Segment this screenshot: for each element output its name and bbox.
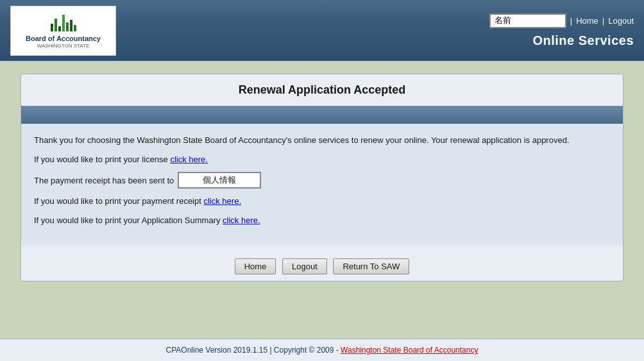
name-input[interactable]	[489, 13, 566, 28]
logo-bars	[51, 12, 76, 31]
main-wrapper: Renewal Application Accepted Thank you f…	[0, 61, 644, 339]
bar5	[66, 22, 69, 31]
line2-pre: If you would like to print your license	[34, 155, 170, 164]
page-title: Renewal Application Accepted	[21, 74, 623, 106]
home-button[interactable]: Home	[235, 258, 276, 274]
header-nav: | Home | Logout	[489, 13, 634, 28]
print-receipt-link[interactable]: click here.	[203, 196, 241, 206]
print-summary-link[interactable]: click here.	[223, 215, 260, 225]
message-line5: If you would like to print your Applicat…	[34, 214, 610, 227]
content-body: Thank you for choosing the Washington St…	[21, 124, 623, 246]
footer: CPAOnline Version 2019.1.15 | Copyright …	[0, 339, 644, 361]
line3-pre: The payment receipt has been sent to	[34, 176, 174, 185]
message-line4: If you would like to print your payment …	[34, 195, 610, 208]
logo-subtitle: WASHINGTON STATE	[37, 43, 89, 49]
footer-text-pre: CPAOnline Version 2019.1.15 | Copyright …	[166, 346, 341, 355]
logo-container: Board of Accountancy WASHINGTON STATE	[10, 6, 116, 56]
line4-pre: If you would like to print your payment …	[34, 196, 203, 206]
bar4	[62, 15, 65, 31]
bar1	[51, 24, 53, 31]
header: Board of Accountancy WASHINGTON STATE | …	[0, 0, 644, 61]
content-body-header	[21, 106, 623, 124]
logo-title: Board of Accountancy	[26, 34, 101, 43]
message-line2: If you would like to print your license …	[34, 153, 610, 166]
content-container: Renewal Application Accepted Thank you f…	[21, 74, 623, 281]
print-license-link[interactable]: click here.	[170, 155, 208, 164]
footer-link[interactable]: Washington State Board of Accountancy	[341, 346, 478, 355]
online-services-label: Online Services	[532, 33, 634, 48]
nav-logout-link[interactable]: Logout	[608, 16, 634, 26]
message-line1: Thank you for choosing the Washington St…	[34, 134, 610, 147]
return-to-saw-button[interactable]: Return To SAW	[333, 258, 409, 274]
header-right: | Home | Logout Online Services	[489, 13, 634, 48]
nav-sep2: |	[602, 16, 604, 26]
line5-pre: If you would like to print your Applicat…	[34, 215, 223, 225]
bar2	[55, 19, 57, 31]
bar6	[70, 20, 72, 31]
payment-line: The payment receipt has been sent to 個人情…	[34, 172, 610, 189]
bar7	[74, 25, 76, 31]
payment-email-box: 個人情報	[178, 172, 261, 189]
buttons-area: Home Logout Return To SAW	[21, 246, 623, 281]
bar3	[58, 26, 61, 31]
nav-sep1: |	[570, 16, 572, 26]
logout-button[interactable]: Logout	[282, 258, 327, 274]
nav-home-link[interactable]: Home	[576, 16, 598, 26]
